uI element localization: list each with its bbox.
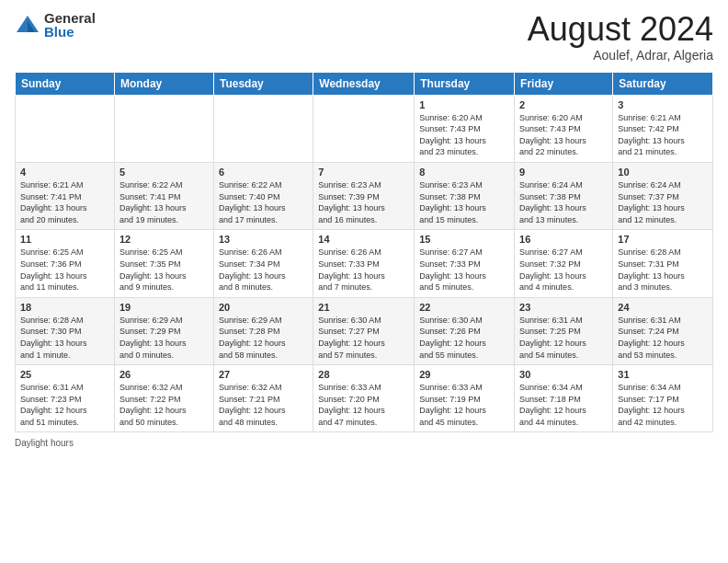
calendar-cell: 8Sunrise: 6:23 AM Sunset: 7:38 PM Daylig… [415, 162, 515, 229]
calendar-week-row: 11Sunrise: 6:25 AM Sunset: 7:36 PM Dayli… [16, 230, 713, 297]
logo-text: General Blue [44, 11, 96, 39]
day-number: 17 [618, 234, 708, 245]
day-number: 3 [618, 99, 708, 110]
day-number: 18 [20, 302, 109, 313]
calendar-cell: 25Sunrise: 6:31 AM Sunset: 7:23 PM Dayli… [16, 365, 115, 432]
day-info: Sunrise: 6:28 AM Sunset: 7:30 PM Dayligh… [20, 315, 109, 361]
day-info: Sunrise: 6:32 AM Sunset: 7:22 PM Dayligh… [119, 382, 209, 428]
day-info: Sunrise: 6:28 AM Sunset: 7:31 PM Dayligh… [618, 247, 708, 293]
weekday-header-row: SundayMondayTuesdayWednesdayThursdayFrid… [16, 72, 713, 95]
calendar-cell: 5Sunrise: 6:22 AM Sunset: 7:41 PM Daylig… [114, 162, 213, 229]
day-number: 5 [119, 167, 209, 178]
calendar-cell: 6Sunrise: 6:22 AM Sunset: 7:40 PM Daylig… [213, 162, 313, 229]
calendar-cell: 18Sunrise: 6:28 AM Sunset: 7:30 PM Dayli… [16, 297, 115, 364]
calendar-cell: 23Sunrise: 6:31 AM Sunset: 7:25 PM Dayli… [515, 297, 613, 364]
day-info: Sunrise: 6:30 AM Sunset: 7:26 PM Dayligh… [419, 315, 509, 361]
day-number: 7 [318, 167, 409, 178]
day-number: 20 [219, 302, 308, 313]
header: General Blue August 2024 Aoulef, Adrar, … [15, 11, 713, 63]
day-info: Sunrise: 6:23 AM Sunset: 7:38 PM Dayligh… [419, 179, 509, 225]
calendar-cell: 24Sunrise: 6:31 AM Sunset: 7:24 PM Dayli… [613, 297, 713, 364]
day-number: 23 [519, 302, 608, 313]
calendar-cell: 20Sunrise: 6:29 AM Sunset: 7:28 PM Dayli… [213, 297, 313, 364]
day-info: Sunrise: 6:26 AM Sunset: 7:34 PM Dayligh… [219, 247, 308, 293]
calendar-cell: 22Sunrise: 6:30 AM Sunset: 7:26 PM Dayli… [415, 297, 515, 364]
weekday-header-wednesday: Wednesday [313, 72, 415, 95]
day-info: Sunrise: 6:32 AM Sunset: 7:21 PM Dayligh… [219, 382, 308, 428]
day-number: 27 [219, 369, 308, 380]
calendar-cell: 4Sunrise: 6:21 AM Sunset: 7:41 PM Daylig… [16, 162, 115, 229]
day-info: Sunrise: 6:34 AM Sunset: 7:17 PM Dayligh… [618, 382, 708, 428]
day-number: 1 [419, 99, 509, 110]
day-number: 19 [119, 302, 209, 313]
day-number: 6 [219, 167, 308, 178]
calendar-cell [114, 95, 213, 162]
calendar-week-row: 18Sunrise: 6:28 AM Sunset: 7:30 PM Dayli… [16, 297, 713, 364]
calendar-cell: 16Sunrise: 6:27 AM Sunset: 7:32 PM Dayli… [515, 230, 613, 297]
day-number: 16 [519, 234, 608, 245]
calendar-cell: 30Sunrise: 6:34 AM Sunset: 7:18 PM Dayli… [515, 365, 613, 432]
calendar-cell: 13Sunrise: 6:26 AM Sunset: 7:34 PM Dayli… [213, 230, 313, 297]
logo: General Blue [15, 11, 96, 39]
logo-general-text: General [44, 11, 96, 25]
day-number: 11 [20, 234, 109, 245]
calendar-cell: 7Sunrise: 6:23 AM Sunset: 7:39 PM Daylig… [313, 162, 415, 229]
day-info: Sunrise: 6:29 AM Sunset: 7:28 PM Dayligh… [219, 315, 308, 361]
calendar-cell: 17Sunrise: 6:28 AM Sunset: 7:31 PM Dayli… [613, 230, 713, 297]
day-number: 15 [419, 234, 509, 245]
calendar-cell: 12Sunrise: 6:25 AM Sunset: 7:35 PM Dayli… [114, 230, 213, 297]
day-number: 29 [419, 369, 509, 380]
day-number: 12 [119, 234, 209, 245]
day-info: Sunrise: 6:31 AM Sunset: 7:23 PM Dayligh… [20, 382, 109, 428]
day-info: Sunrise: 6:22 AM Sunset: 7:40 PM Dayligh… [219, 179, 308, 225]
logo-blue-text: Blue [44, 25, 96, 39]
calendar-cell: 28Sunrise: 6:33 AM Sunset: 7:20 PM Dayli… [313, 365, 415, 432]
day-info: Sunrise: 6:25 AM Sunset: 7:35 PM Dayligh… [119, 247, 209, 293]
calendar-table: SundayMondayTuesdayWednesdayThursdayFrid… [15, 72, 713, 433]
day-info: Sunrise: 6:27 AM Sunset: 7:33 PM Dayligh… [419, 247, 509, 293]
calendar-cell: 27Sunrise: 6:32 AM Sunset: 7:21 PM Dayli… [213, 365, 313, 432]
footer: Daylight hours [15, 438, 713, 448]
calendar-cell: 2Sunrise: 6:20 AM Sunset: 7:43 PM Daylig… [515, 95, 613, 162]
day-number: 14 [318, 234, 409, 245]
calendar-week-row: 4Sunrise: 6:21 AM Sunset: 7:41 PM Daylig… [16, 162, 713, 229]
day-info: Sunrise: 6:24 AM Sunset: 7:38 PM Dayligh… [519, 179, 608, 225]
day-number: 4 [20, 167, 109, 178]
weekday-header-sunday: Sunday [16, 72, 115, 95]
weekday-header-tuesday: Tuesday [213, 72, 313, 95]
title-block: August 2024 Aoulef, Adrar, Algeria [528, 11, 713, 63]
calendar-cell: 26Sunrise: 6:32 AM Sunset: 7:22 PM Dayli… [114, 365, 213, 432]
calendar-cell: 14Sunrise: 6:26 AM Sunset: 7:33 PM Dayli… [313, 230, 415, 297]
day-number: 9 [519, 167, 608, 178]
day-number: 2 [519, 99, 608, 110]
day-number: 28 [318, 369, 409, 380]
calendar-cell: 3Sunrise: 6:21 AM Sunset: 7:42 PM Daylig… [613, 95, 713, 162]
day-number: 21 [318, 302, 409, 313]
daylight-label: Daylight hours [15, 438, 74, 448]
day-number: 8 [419, 167, 509, 178]
page: General Blue August 2024 Aoulef, Adrar, … [0, 0, 728, 563]
calendar-cell [16, 95, 115, 162]
day-info: Sunrise: 6:27 AM Sunset: 7:32 PM Dayligh… [519, 247, 608, 293]
month-year-title: August 2024 [528, 11, 713, 48]
calendar-cell: 11Sunrise: 6:25 AM Sunset: 7:36 PM Dayli… [16, 230, 115, 297]
day-number: 31 [618, 369, 708, 380]
calendar-week-row: 25Sunrise: 6:31 AM Sunset: 7:23 PM Dayli… [16, 365, 713, 432]
day-number: 24 [618, 302, 708, 313]
day-info: Sunrise: 6:29 AM Sunset: 7:29 PM Dayligh… [119, 315, 209, 361]
calendar-cell [313, 95, 415, 162]
calendar-cell: 21Sunrise: 6:30 AM Sunset: 7:27 PM Dayli… [313, 297, 415, 364]
day-info: Sunrise: 6:20 AM Sunset: 7:43 PM Dayligh… [419, 112, 509, 158]
day-number: 25 [20, 369, 109, 380]
weekday-header-saturday: Saturday [613, 72, 713, 95]
day-info: Sunrise: 6:31 AM Sunset: 7:25 PM Dayligh… [519, 315, 608, 361]
day-info: Sunrise: 6:31 AM Sunset: 7:24 PM Dayligh… [618, 315, 708, 361]
day-info: Sunrise: 6:33 AM Sunset: 7:20 PM Dayligh… [318, 382, 409, 428]
day-info: Sunrise: 6:23 AM Sunset: 7:39 PM Dayligh… [318, 179, 409, 225]
day-info: Sunrise: 6:22 AM Sunset: 7:41 PM Dayligh… [119, 179, 209, 225]
day-info: Sunrise: 6:30 AM Sunset: 7:27 PM Dayligh… [318, 315, 409, 361]
day-info: Sunrise: 6:20 AM Sunset: 7:43 PM Dayligh… [519, 112, 608, 158]
weekday-header-friday: Friday [515, 72, 613, 95]
day-number: 30 [519, 369, 608, 380]
day-info: Sunrise: 6:33 AM Sunset: 7:19 PM Dayligh… [419, 382, 509, 428]
